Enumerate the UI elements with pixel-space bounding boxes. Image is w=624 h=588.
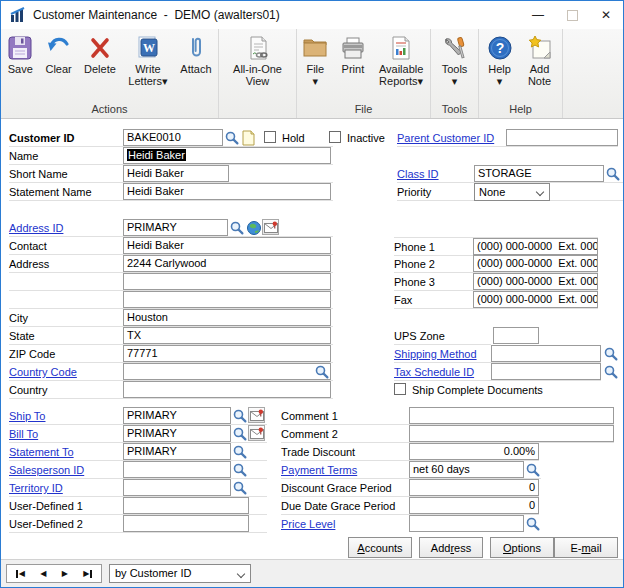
tax-schedule-link[interactable]: Tax Schedule ID — [394, 366, 474, 378]
ship-to-link[interactable]: Ship To — [9, 410, 46, 422]
payment-terms-link[interactable]: Payment Terms — [281, 464, 357, 476]
parent-customer-id-link[interactable]: Parent Customer ID — [397, 132, 494, 144]
trade-discount-field[interactable]: 0.00% — [409, 443, 539, 460]
write-letters-button[interactable]: W Write Letters▾ — [122, 32, 174, 88]
zip-field[interactable]: 77771 — [123, 345, 331, 362]
email-button[interactable]: E-mail — [554, 537, 618, 558]
shipping-method-field[interactable] — [491, 345, 601, 362]
country-code-lookup-button[interactable] — [313, 363, 330, 380]
price-level-lookup-button[interactable] — [524, 515, 541, 532]
close-button[interactable]: ✕ — [589, 1, 623, 29]
price-level-field[interactable] — [409, 515, 524, 532]
price-level-link[interactable]: Price Level — [281, 518, 335, 530]
statement-to-link[interactable]: Statement To — [9, 446, 74, 458]
tax-schedule-field[interactable] — [491, 363, 601, 380]
customer-id-lookup-button[interactable] — [223, 129, 240, 146]
tools-button[interactable]: Tools ▾ — [434, 32, 476, 88]
fax-field[interactable]: (000) 000-0000 Ext. 0000 — [473, 291, 598, 308]
discount-grace-field[interactable]: 0 — [409, 479, 539, 496]
bill-to-lookup-button[interactable] — [231, 425, 248, 442]
customer-note-button[interactable] — [240, 129, 257, 146]
address-line2-field[interactable] — [123, 273, 331, 290]
minimize-button[interactable]: — — [521, 1, 555, 29]
shipping-method-link[interactable]: Shipping Method — [394, 348, 477, 360]
due-date-grace-field[interactable]: 0 — [409, 497, 539, 514]
maximize-button[interactable] — [555, 1, 589, 29]
user-defined-2-field[interactable] — [123, 515, 249, 532]
inactive-checkbox[interactable] — [329, 131, 341, 143]
shipping-method-lookup-button[interactable] — [602, 345, 619, 362]
hold-checkbox[interactable] — [264, 131, 276, 143]
map-button[interactable] — [262, 219, 279, 235]
state-field[interactable]: TX — [123, 327, 331, 344]
class-id-field[interactable]: STORAGE — [474, 165, 604, 182]
phone3-field[interactable]: (000) 000-0000 Ext. 0000 — [473, 273, 598, 290]
name-field[interactable]: Heidi Baker — [123, 147, 331, 164]
ups-zone-field[interactable] — [493, 327, 539, 344]
options-button[interactable]: Options — [490, 537, 554, 558]
parent-customer-id-field[interactable] — [506, 129, 618, 146]
ship-to-map-button[interactable] — [248, 407, 265, 423]
last-record-button[interactable]: ▶ — [83, 570, 93, 578]
phone2-field[interactable]: (000) 000-0000 Ext. 0000 — [473, 255, 598, 272]
ship-to-field[interactable]: PRIMARY — [123, 407, 231, 424]
class-id-lookup-button[interactable] — [604, 165, 621, 182]
phone1-field[interactable]: (000) 000-0000 Ext. 0000 — [473, 238, 598, 255]
user-defined-1-field[interactable] — [123, 497, 249, 514]
salesperson-lookup-button[interactable] — [231, 461, 248, 478]
ship-complete-checkbox[interactable] — [394, 383, 406, 395]
bill-to-field[interactable]: PRIMARY — [123, 425, 231, 442]
file-button[interactable]: File ▾ — [297, 32, 334, 88]
salesperson-field[interactable] — [123, 461, 231, 478]
customer-id-field[interactable]: BAKE0010 — [123, 129, 223, 146]
class-id-link[interactable]: Class ID — [397, 168, 439, 180]
clear-button[interactable]: Clear — [39, 32, 77, 88]
address-id-lookup-button[interactable] — [228, 219, 245, 236]
city-field[interactable]: Houston — [123, 309, 331, 326]
territory-lookup-button[interactable] — [231, 479, 248, 496]
country-field[interactable] — [123, 381, 331, 398]
previous-record-button[interactable]: ◀ — [40, 570, 46, 578]
first-record-button[interactable]: ◀ — [15, 570, 25, 578]
country-code-link[interactable]: Country Code — [9, 366, 77, 378]
tax-schedule-lookup-button[interactable] — [602, 363, 619, 380]
attach-button[interactable]: Attach — [174, 32, 218, 88]
country-code-field[interactable] — [123, 363, 331, 380]
address-line3-field[interactable] — [123, 291, 331, 308]
address-button[interactable]: Address — [419, 537, 483, 558]
priority-dropdown[interactable]: None — [474, 183, 550, 201]
contact-field[interactable]: Heidi Baker — [123, 237, 331, 254]
address-id-link[interactable]: Address ID — [9, 222, 63, 234]
save-button[interactable]: Save — [1, 32, 39, 88]
bill-to-link[interactable]: Bill To — [9, 428, 38, 440]
next-record-button[interactable]: ▶ — [62, 570, 68, 578]
print-button[interactable]: Print — [334, 32, 373, 88]
statement-to-lookup-button[interactable] — [231, 443, 248, 460]
territory-link[interactable]: Territory ID — [9, 482, 63, 494]
short-name-field[interactable]: Heidi Baker — [123, 165, 229, 182]
sort-by-value: by Customer ID — [115, 567, 191, 579]
address-id-field[interactable]: PRIMARY — [123, 219, 228, 236]
print-label: Print — [342, 63, 365, 75]
comment-2-field[interactable] — [409, 425, 614, 442]
territory-field[interactable] — [123, 479, 231, 496]
help-button[interactable]: ? Help ▾ — [481, 32, 519, 88]
record-navigation: ◀ ◀ ▶ ▶ — [6, 564, 102, 583]
all-in-one-view-button[interactable]: All-in-One View — [223, 32, 293, 88]
salesperson-link[interactable]: Salesperson ID — [9, 464, 84, 476]
comment-1-field[interactable] — [409, 407, 614, 424]
statement-to-field[interactable]: PRIMARY — [123, 443, 231, 460]
payment-terms-lookup-button[interactable] — [524, 461, 541, 478]
internet-info-button[interactable] — [245, 219, 262, 236]
group-label-tools: Tools — [431, 103, 478, 118]
ship-to-lookup-button[interactable] — [231, 407, 248, 424]
statement-name-field[interactable]: Heidi Baker — [123, 183, 331, 200]
accounts-button[interactable]: Accounts — [348, 537, 412, 558]
bill-to-map-button[interactable] — [248, 425, 265, 441]
available-reports-button[interactable]: Available Reports▾ — [372, 32, 430, 88]
delete-button[interactable]: Delete — [78, 32, 122, 88]
sort-by-dropdown[interactable]: by Customer ID — [109, 564, 251, 583]
add-note-button[interactable]: Add Note — [519, 32, 561, 88]
address-line1-field[interactable]: 2244 Carlywood — [123, 255, 331, 272]
payment-terms-field[interactable]: net 60 days — [409, 461, 524, 478]
